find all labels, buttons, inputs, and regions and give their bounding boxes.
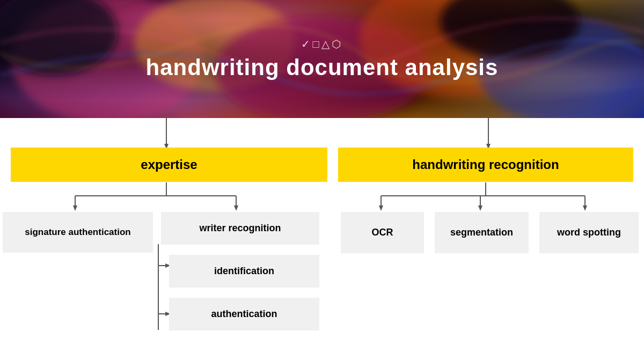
signature-auth-box: signature authentication bbox=[3, 212, 153, 253]
writer-recognition-box: writer recognition bbox=[161, 212, 319, 245]
expertise-label: expertise bbox=[141, 157, 197, 172]
svg-marker-22 bbox=[478, 205, 482, 211]
svg-marker-24 bbox=[583, 205, 587, 211]
segmentation-label: segmentation bbox=[450, 227, 513, 238]
header: ✓□△⬡ handwriting document analysis bbox=[0, 0, 644, 118]
svg-marker-14 bbox=[73, 205, 77, 211]
word-spotting-box: word spotting bbox=[539, 212, 639, 253]
handwriting-recognition-label: handwriting recognition bbox=[412, 157, 559, 172]
ocr-box: OCR bbox=[341, 212, 424, 253]
authentication-box: authentication bbox=[169, 298, 319, 330]
ocr-label: OCR bbox=[372, 227, 393, 238]
svg-marker-16 bbox=[234, 205, 238, 211]
svg-marker-20 bbox=[379, 205, 383, 211]
expertise-category: expertise bbox=[11, 148, 327, 182]
handwriting-recognition-category: handwriting recognition bbox=[338, 148, 633, 182]
diagram-area: expertise signature authentication write… bbox=[0, 118, 644, 338]
identification-box: identification bbox=[169, 255, 319, 288]
writer-recognition-label: writer recognition bbox=[199, 223, 281, 234]
signature-auth-label: signature authentication bbox=[25, 227, 130, 238]
segmentation-box: segmentation bbox=[435, 212, 529, 253]
header-title: handwriting document analysis bbox=[146, 55, 499, 80]
authentication-label: authentication bbox=[211, 308, 277, 320]
header-icons: ✓□△⬡ bbox=[301, 38, 342, 50]
word-spotting-label: word spotting bbox=[557, 227, 621, 238]
identification-label: identification bbox=[214, 266, 274, 277]
